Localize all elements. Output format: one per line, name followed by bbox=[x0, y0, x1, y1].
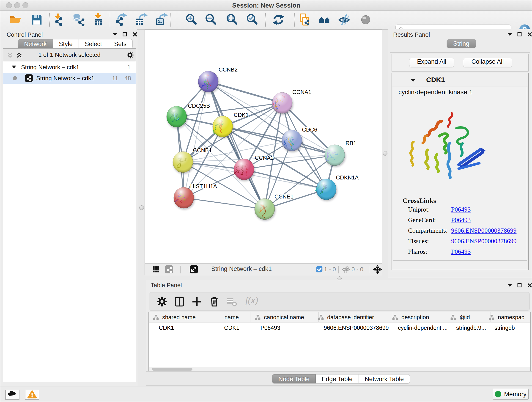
network-collection-row[interactable]: String Network – cdk1 1 bbox=[3, 62, 136, 73]
network-node[interactable] bbox=[272, 92, 293, 115]
network-share-icon[interactable] bbox=[164, 264, 174, 274]
tab-style[interactable]: Style bbox=[53, 39, 79, 48]
export-table-icon[interactable] bbox=[134, 13, 148, 27]
table-cell[interactable]: stringdb bbox=[491, 322, 530, 333]
collapse-all-button[interactable]: Collapse All bbox=[463, 58, 512, 67]
zoom-out-icon[interactable] bbox=[204, 13, 218, 27]
network-node[interactable] bbox=[316, 179, 337, 201]
result-card-header[interactable]: CDK1 bbox=[392, 73, 528, 86]
home-pair-icon[interactable] bbox=[318, 13, 332, 27]
close-panel-icon[interactable] bbox=[132, 32, 138, 38]
table-cell[interactable]: 9606.ENSP00000378699 bbox=[319, 322, 393, 333]
network-node[interactable] bbox=[234, 159, 255, 181]
column-header-namespac[interactable]: namespac bbox=[491, 312, 530, 322]
table-cell[interactable]: CDK1 bbox=[149, 322, 213, 333]
warning-button[interactable] bbox=[25, 390, 39, 400]
node-label: CDC25B bbox=[188, 103, 210, 109]
network-edge[interactable] bbox=[208, 82, 265, 209]
table-cell[interactable]: P06493 bbox=[250, 322, 319, 333]
close-table-icon[interactable] bbox=[527, 283, 532, 288]
left-splitter-handle[interactable] bbox=[139, 205, 144, 210]
node-table[interactable]: shared namenamecanonical namedatabase id… bbox=[148, 312, 531, 371]
export-network-icon[interactable] bbox=[114, 13, 128, 27]
column-header-canonical-name[interactable]: canonical name bbox=[250, 312, 319, 322]
cloud-button[interactable] bbox=[5, 390, 19, 400]
collapse-panel-icon[interactable] bbox=[112, 32, 118, 38]
table-cell[interactable]: CDK1 bbox=[213, 322, 250, 333]
network-canvas[interactable]: CCNB2CCNA1CDC25BCDK1CDC6RB1CCNB1CCNA2CDK… bbox=[145, 29, 382, 263]
selected-checkbox-icon[interactable] bbox=[315, 265, 323, 274]
tab-network-table[interactable]: Network Table bbox=[359, 374, 410, 383]
network-edge[interactable] bbox=[184, 198, 265, 209]
tab-edge-table[interactable]: Edge Table bbox=[316, 374, 359, 383]
toolbar-separator bbox=[180, 266, 181, 274]
tab-network[interactable]: Network bbox=[18, 39, 53, 48]
network-node[interactable] bbox=[213, 116, 234, 138]
import-network-database-icon[interactable] bbox=[72, 13, 86, 27]
tree-options-gear-icon[interactable] bbox=[126, 51, 134, 59]
collapse-results-icon[interactable] bbox=[507, 32, 513, 38]
import-network-file-icon[interactable] bbox=[52, 13, 66, 27]
collapse-table-icon[interactable] bbox=[507, 283, 513, 288]
network-edge[interactable] bbox=[208, 82, 282, 103]
presentation-sphere-icon[interactable] bbox=[359, 13, 373, 27]
zoom-selected-icon[interactable] bbox=[245, 13, 259, 27]
expand-all-button[interactable]: Expand All bbox=[409, 58, 454, 67]
close-results-icon[interactable] bbox=[527, 32, 532, 38]
crosslink-link[interactable]: 9606.ENSP00000378699 bbox=[451, 237, 516, 245]
bottom-splitter-handle[interactable] bbox=[337, 276, 342, 281]
network-graph[interactable]: CCNB2CCNA1CDC25BCDK1CDC6RB1CCNB1CCNA2CDK… bbox=[145, 30, 382, 263]
save-session-icon[interactable] bbox=[30, 13, 44, 27]
table-cell[interactable]: stringdb:9... bbox=[451, 322, 491, 333]
tab-select[interactable]: Select bbox=[79, 39, 108, 48]
hide-graphics-details-icon[interactable] bbox=[338, 13, 351, 27]
column-header-name[interactable]: name bbox=[213, 312, 250, 322]
network-node[interactable] bbox=[282, 130, 303, 153]
column-header-database-identifier[interactable]: database identifier bbox=[319, 312, 393, 322]
export-image-icon[interactable] bbox=[154, 13, 168, 27]
tab-sets[interactable]: Sets bbox=[108, 39, 133, 48]
network-row-selected[interactable]: String Network – cdk1 11 48 bbox=[3, 73, 136, 84]
horizontal-scrollbar[interactable] bbox=[149, 367, 530, 371]
tab-node-table[interactable]: Node Table bbox=[272, 374, 316, 383]
result-expand-caret-icon[interactable] bbox=[410, 78, 416, 84]
network-node[interactable] bbox=[325, 145, 346, 167]
fit-selected-crosshair-icon[interactable] bbox=[373, 264, 383, 274]
crosslink-link[interactable]: P06493 bbox=[451, 206, 471, 213]
float-table-icon[interactable] bbox=[517, 283, 523, 288]
collection-expand-caret-icon[interactable] bbox=[11, 64, 17, 70]
split-panel-icon[interactable] bbox=[173, 296, 185, 307]
refresh-network-icon[interactable] bbox=[272, 13, 285, 27]
import-table-file-icon[interactable] bbox=[92, 13, 106, 27]
crosslink-link[interactable]: 9606.ENSP00000378699 bbox=[451, 227, 516, 234]
scrollbar-thumb[interactable] bbox=[152, 368, 192, 370]
node-label: HIST1H1A bbox=[190, 183, 217, 189]
tab-string[interactable]: String bbox=[447, 39, 476, 48]
right-splitter-handle[interactable] bbox=[383, 151, 387, 156]
column-label: canonical name bbox=[264, 314, 304, 321]
delete-column-icon[interactable] bbox=[208, 296, 220, 307]
network-node[interactable] bbox=[254, 198, 276, 221]
float-results-icon[interactable] bbox=[517, 32, 523, 38]
zoom-in-icon[interactable] bbox=[185, 13, 198, 27]
column-header-description[interactable]: description bbox=[393, 312, 451, 322]
network-node[interactable] bbox=[198, 71, 219, 94]
zoom-fit-icon[interactable] bbox=[225, 13, 239, 27]
network-view-title: String Network – cdk1 bbox=[211, 265, 272, 273]
crosslink-link[interactable]: P06493 bbox=[451, 248, 471, 255]
hidden-items-eye-icon[interactable] bbox=[341, 265, 351, 274]
float-panel-icon[interactable] bbox=[122, 32, 128, 38]
add-column-icon[interactable] bbox=[191, 296, 203, 307]
grid-layout-icon[interactable] bbox=[151, 264, 161, 274]
memory-button[interactable]: Memory bbox=[493, 389, 529, 400]
column-header--id[interactable]: @id bbox=[451, 312, 491, 322]
open-session-icon[interactable] bbox=[9, 13, 23, 27]
crosslink-link[interactable]: P06493 bbox=[451, 216, 471, 224]
birdseye-view-icon[interactable] bbox=[189, 264, 199, 274]
network-node[interactable] bbox=[167, 106, 188, 128]
network-edge[interactable] bbox=[184, 82, 208, 198]
duplicate-network-icon[interactable] bbox=[298, 13, 312, 27]
settings-gear-icon[interactable] bbox=[156, 296, 168, 307]
column-header-shared-name[interactable]: shared name bbox=[149, 312, 213, 322]
table-cell[interactable]: cyclin-dependent ... bbox=[393, 322, 451, 333]
